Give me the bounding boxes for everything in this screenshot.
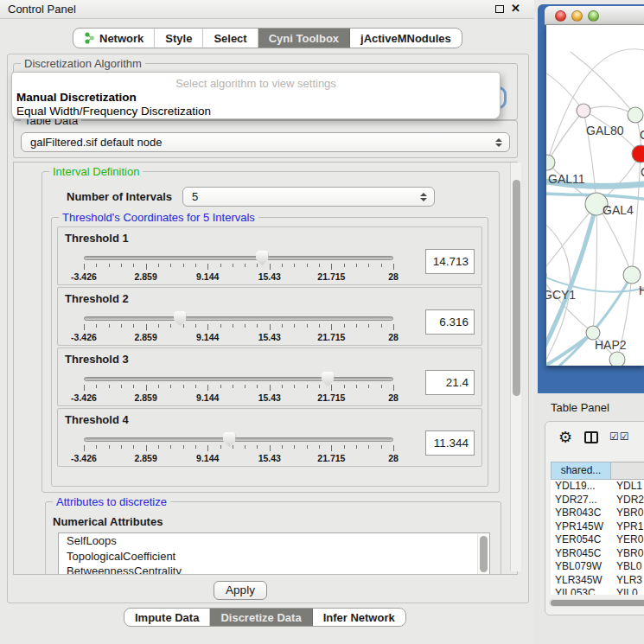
column-header-name[interactable]: na [611, 462, 644, 480]
table-horizontal-scrollbar[interactable] [549, 599, 644, 607]
cell-name: YLR3 [611, 574, 644, 588]
discretization-algorithm-label: Discretization Algorithm [21, 57, 145, 70]
tab-style-label: Style [165, 32, 192, 45]
control-panel-tabs: Network Style Select Cyni Toolbox jActiv… [73, 28, 462, 48]
table-row[interactable]: YDR27...YDR2 [551, 494, 644, 507]
cell-shared-name: YDL19... [551, 480, 611, 494]
cell-name: YBR0 [611, 547, 644, 561]
network-node [628, 107, 643, 123]
table-row[interactable]: YBL079WYBL0 [551, 560, 644, 574]
number-of-intervals-combobox[interactable]: 5 [182, 187, 435, 207]
tab-cyni-toolbox[interactable]: Cyni Toolbox [258, 29, 350, 48]
table-row[interactable]: YBR045CYBR0 [551, 547, 644, 561]
table-row[interactable]: YLR345WYLR3 [551, 574, 644, 588]
cyni-toolbox-panel: Discretization Algorithm Select algorith… [7, 54, 529, 603]
cell-name: YPR1 [611, 520, 644, 534]
network-canvas[interactable]: GAL80GACGAL11GAL4GCY1HHAP2 [546, 25, 644, 366]
thresholds-group-label: Threshold's Coordinates for 5 Intervals [59, 211, 258, 224]
interval-definition-group: Interval Definition Number of Intervals … [41, 171, 500, 493]
table-data-combobox[interactable]: galFiltered.sif default node [21, 132, 510, 152]
network-node [609, 352, 625, 366]
node-label: H [639, 284, 644, 297]
threshold-title: Threshold 3 [65, 353, 129, 366]
attributes-group-label: Attributes to discretize [53, 495, 170, 508]
node-label: GAL4 [603, 203, 634, 217]
checkbox-icons[interactable]: ☑☑ [609, 430, 630, 443]
threshold-value-field[interactable]: 14.713 [425, 249, 475, 274]
control-panel: Control Panel ✕ Network Style Select Cyn… [0, 0, 534, 644]
list-scrollbar[interactable] [477, 534, 488, 575]
gear-icon[interactable]: ⚙ [558, 428, 572, 447]
table-row[interactable]: YBR043CYBR0 [551, 507, 644, 520]
zoom-traffic-light[interactable] [588, 10, 599, 22]
tab-impute-data[interactable]: Impute Data [124, 609, 210, 626]
slider-track[interactable] [84, 316, 393, 321]
cell-name: YDR2 [611, 494, 644, 507]
slider-track[interactable] [84, 256, 393, 260]
threshold-title: Threshold 2 [65, 292, 129, 305]
table-row[interactable]: YIL053CYIL0 [551, 587, 644, 595]
minimize-traffic-light[interactable] [571, 10, 583, 22]
list-scrollbar-thumb[interactable] [480, 536, 488, 572]
tab-cyni-toolbox-label: Cyni Toolbox [269, 32, 339, 45]
network-view-window[interactable]: GAL80GACGAL11GAL4GCY1HHAP2 [538, 4, 644, 393]
tab-network[interactable]: Network [73, 29, 155, 48]
node-label: GA [640, 128, 644, 142]
tab-style[interactable]: Style [155, 29, 203, 48]
cell-name: YDL1 [611, 480, 644, 494]
cell-name: YER0 [611, 533, 644, 547]
threshold-value-field[interactable]: 21.4 [425, 370, 475, 395]
cell-shared-name: YBL079W [551, 560, 611, 574]
slider-tick-labels: -3.4262.8599.14415.4321.71528 [84, 271, 393, 282]
node-label: GAL80 [586, 124, 624, 137]
table-row[interactable]: YPR145WYPR1 [551, 520, 644, 534]
algorithm-dropdown-popup: Select algorithm to view settings Manual… [11, 72, 501, 119]
attribute-list-item[interactable]: BetweennessCentrality [59, 564, 489, 575]
popup-option-equal-width-frequency[interactable]: Equal Width/Frequency Discretization [16, 105, 211, 118]
close-traffic-light[interactable] [555, 10, 566, 22]
settings-scroll-area: Interval Definition Number of Intervals … [13, 162, 518, 575]
table-row[interactable]: YER054CYER0 [551, 533, 644, 547]
table-panel-card: ⚙ ☑☑ shared... na YDL19...YDL1YDR27...YD… [545, 421, 644, 615]
tab-select[interactable]: Select [203, 29, 258, 48]
column-header-shared-name[interactable]: shared... [551, 462, 611, 480]
threshold-section-1: Threshold 1-3.4262.8599.14415.4321.71528… [57, 226, 482, 285]
cell-shared-name: YER054C [551, 533, 611, 547]
threshold-value-field[interactable]: 11.344 [425, 430, 475, 456]
threshold-list: Threshold 1-3.4262.8599.14415.4321.71528… [52, 225, 488, 469]
screen: Control Panel ✕ Network Style Select Cyn… [0, 0, 644, 644]
attribute-list-item[interactable]: TopologicalCoefficient [59, 549, 489, 564]
node-label: C [641, 165, 644, 179]
split-columns-icon[interactable] [584, 431, 598, 443]
network-icon [84, 32, 95, 44]
table-hscrollbar-thumb[interactable] [551, 600, 644, 606]
numerical-attributes-listbox[interactable]: SelfLoopsTopologicalCoefficientBetweenne… [58, 532, 490, 575]
network-window-titlebar[interactable] [545, 6, 644, 25]
tab-discretize-data[interactable]: Discretize Data [210, 609, 312, 626]
table-row[interactable]: YDL19...YDL1 [551, 480, 644, 494]
cell-shared-name: YLR345W [551, 574, 611, 588]
settings-scrollbar-thumb[interactable] [513, 180, 520, 396]
threshold-value-field[interactable]: 6.316 [425, 309, 475, 335]
table-panel-title: Table Panel [551, 401, 609, 414]
tab-select-label: Select [214, 32, 246, 45]
apply-button[interactable]: Apply [214, 581, 267, 600]
cell-name: YIL0 [611, 587, 644, 595]
table-body: YDL19...YDL1YDR27...YDR2YBR043CYBR0YPR14… [551, 480, 644, 595]
slider-track[interactable] [84, 377, 393, 381]
settings-vertical-scrollbar[interactable] [510, 163, 521, 571]
tab-infer-network[interactable]: Infer Network [313, 609, 405, 626]
number-of-intervals-label: Number of Intervals [67, 190, 172, 203]
popup-option-manual-discretization[interactable]: Manual Discretization [16, 91, 137, 104]
table-data-group: Table Data galFiltered.sif default node [13, 120, 518, 158]
network-node [577, 104, 590, 118]
slider-track[interactable] [84, 437, 393, 442]
float-window-icon[interactable] [495, 5, 504, 13]
cell-name: YBR0 [611, 507, 644, 520]
close-icon[interactable]: ✕ [511, 2, 520, 15]
threshold-section-4: Threshold 4-3.4262.8599.14415.4321.71528… [57, 408, 482, 467]
attribute-list-item[interactable]: SelfLoops [59, 533, 489, 549]
tab-infer-network-label: Infer Network [323, 611, 395, 624]
threshold-section-2: Threshold 2-3.4262.8599.14415.4321.71528… [57, 287, 482, 346]
tab-jactivemnodules[interactable]: jActiveMNodules [350, 29, 462, 48]
